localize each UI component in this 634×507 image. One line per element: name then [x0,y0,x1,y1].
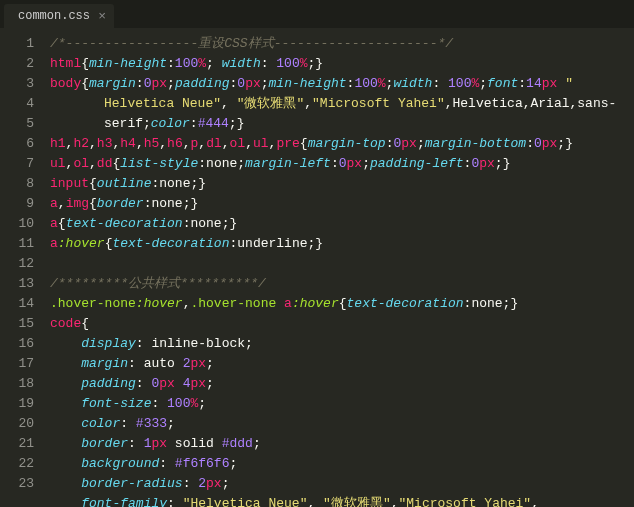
line-number: 14 [6,294,34,314]
line-number: 2 [6,54,34,74]
code-line: input{outline:none;} [50,174,634,194]
code-line: serif;color:#444;} [50,114,634,134]
code-line: margin: auto 2px; [50,354,634,374]
code-line: padding: 0px 4px; [50,374,634,394]
line-number: 3 [6,74,34,94]
line-number: 21 [6,434,34,454]
line-number: 9 [6,194,34,214]
code-line: a{text-decoration:none;} [50,214,634,234]
code-line: /*-----------------重设CSS样式--------------… [50,34,634,54]
line-number: 5 [6,114,34,134]
line-number: 4 [6,94,34,114]
line-number: 23 [6,474,34,494]
tab-title: common.css [18,9,90,23]
line-number: 8 [6,174,34,194]
editor-area: 1234567891011121314151617181920212223 /*… [0,28,634,507]
code-line: /*********公共样式**********/ [50,274,634,294]
code-line: .hover-none:hover,.hover-none a:hover{te… [50,294,634,314]
code-line: code{ [50,314,634,334]
line-number: 17 [6,354,34,374]
code-line [50,254,634,274]
code-line: background: #f6f6f6; [50,454,634,474]
line-number: 1 [6,34,34,54]
line-number: 16 [6,334,34,354]
line-number: 18 [6,374,34,394]
close-icon[interactable]: × [98,10,106,23]
line-number: 11 [6,234,34,254]
line-number: 13 [6,274,34,294]
tab-bar: common.css × [0,0,634,28]
code-line: body{margin:0px;padding:0px;min-height:1… [50,74,634,94]
line-number: 20 [6,414,34,434]
tab-common-css[interactable]: common.css × [4,4,114,28]
code-line: font-size: 100%; [50,394,634,414]
code-line: color: #333; [50,414,634,434]
code-line: border-radius: 2px; [50,474,634,494]
line-number: 10 [6,214,34,234]
line-number: 6 [6,134,34,154]
code-line: html{min-height:100%; width: 100%;} [50,54,634,74]
code-line: Helvetica Neue", "微软雅黑","Microsoft Yahei… [50,94,634,114]
line-number-gutter: 1234567891011121314151617181920212223 [0,28,44,507]
code-line: h1,h2,h3,h4,h5,h6,p,dl,ol,ul,pre{margin-… [50,134,634,154]
code-line: a:hover{text-decoration:underline;} [50,234,634,254]
line-number: 22 [6,454,34,474]
line-number: 19 [6,394,34,414]
code-line: display: inline-block; [50,334,634,354]
line-number: 12 [6,254,34,274]
line-number: 7 [6,154,34,174]
code-line: a,img{border:none;} [50,194,634,214]
code-line: border: 1px solid #ddd; [50,434,634,454]
line-number: 15 [6,314,34,334]
code-line: ul,ol,dd{list-style:none;margin-left:0px… [50,154,634,174]
code-line: font-family: "Helvetica Neue", "微软雅黑","M… [50,494,634,507]
code-content[interactable]: /*-----------------重设CSS样式--------------… [44,28,634,507]
